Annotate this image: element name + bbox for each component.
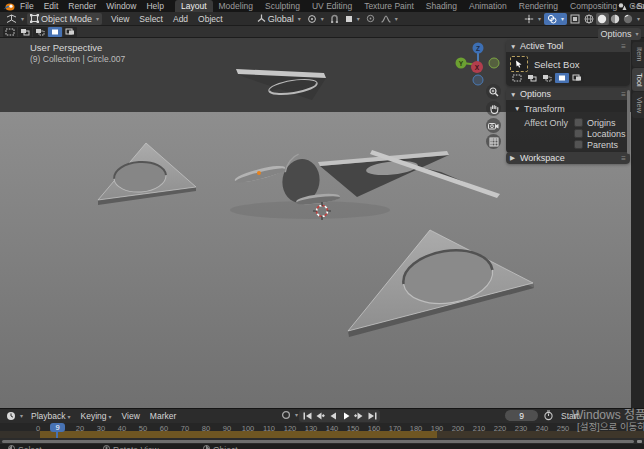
sidebar-tab-tool[interactable]: Tool bbox=[632, 68, 644, 92]
menu-help[interactable]: Help bbox=[141, 1, 168, 11]
checkbox-origins[interactable] bbox=[574, 118, 583, 127]
pan-hand-button[interactable] bbox=[486, 101, 501, 116]
menu-file[interactable]: File bbox=[15, 1, 39, 11]
editor-type-button[interactable]: ▾ bbox=[3, 13, 27, 25]
select-mode-intersect[interactable] bbox=[63, 27, 77, 37]
shading-solid-button[interactable] bbox=[596, 13, 609, 25]
prev-keyframe-button[interactable] bbox=[314, 411, 326, 421]
timeline-menu-view[interactable]: View bbox=[117, 411, 145, 421]
gizmo-y-neg-axis[interactable] bbox=[489, 58, 499, 68]
show-overlays-toggle[interactable]: ▾ bbox=[544, 13, 567, 25]
viewport-editor-icon bbox=[6, 14, 17, 24]
tab-modeling[interactable]: Modeling bbox=[213, 0, 260, 12]
shading-material-button[interactable] bbox=[609, 13, 622, 25]
panel-grip-icon[interactable]: ≡ bbox=[621, 90, 626, 99]
select-mode-invert[interactable] bbox=[555, 73, 569, 83]
jump-to-end-button[interactable] bbox=[366, 411, 378, 421]
select-mode-new[interactable] bbox=[3, 27, 17, 37]
mode-selector[interactable]: Object Mode ▾ bbox=[27, 13, 102, 25]
panel-grip-icon[interactable]: ≡ bbox=[621, 154, 626, 163]
select-mode-subtract[interactable] bbox=[33, 27, 47, 37]
snap-toggle[interactable] bbox=[327, 13, 342, 25]
timeline-scrollbar[interactable] bbox=[2, 440, 634, 444]
panel-workspace-header[interactable]: ▶ Workspace ≡ bbox=[506, 152, 630, 164]
timeline-menu-keying[interactable]: Keying▾ bbox=[76, 411, 117, 421]
play-reverse-button[interactable] bbox=[327, 411, 339, 421]
panel-active-tool-header[interactable]: ▼ Active Tool ≡ bbox=[506, 40, 630, 52]
select-mode-extend[interactable] bbox=[525, 73, 539, 83]
checkbox-parents[interactable] bbox=[574, 140, 583, 149]
blender-logo-icon[interactable] bbox=[3, 1, 15, 11]
tab-layout[interactable]: Layout bbox=[175, 0, 213, 12]
record-icon bbox=[281, 410, 291, 420]
ruler-tick: 150 bbox=[347, 424, 360, 433]
menu-add[interactable]: Add bbox=[168, 14, 193, 24]
timeline-menu-marker[interactable]: Marker bbox=[145, 411, 181, 421]
sidebar-tab-item[interactable]: Item bbox=[632, 42, 644, 67]
tab-texture-paint[interactable]: Texture Paint bbox=[358, 0, 420, 12]
menu-render[interactable]: Render bbox=[63, 1, 101, 11]
collapse-arrow-icon: ▼ bbox=[514, 105, 521, 112]
tab-animation[interactable]: Animation bbox=[463, 0, 513, 12]
timeline-menus: Playback▾Keying▾ViewMarker bbox=[26, 411, 181, 421]
timeline-ruler[interactable]: 0203040506070809010011012013014015016017… bbox=[0, 423, 644, 438]
menu-view[interactable]: View bbox=[106, 14, 134, 24]
chevron-down-icon: ▾ bbox=[96, 16, 99, 22]
snap-target-selector[interactable]: ▾ bbox=[342, 13, 363, 25]
tab-rendering[interactable]: Rendering bbox=[513, 0, 564, 12]
tab-compositing[interactable]: Compositing bbox=[564, 0, 623, 12]
menu-object[interactable]: Object bbox=[193, 14, 228, 24]
menu-window[interactable]: Window bbox=[101, 1, 141, 11]
ruler-tick: 170 bbox=[389, 424, 402, 433]
start-frame-label: Start bbox=[561, 411, 579, 421]
auto-keying-toggle[interactable]: ▾ bbox=[281, 410, 298, 420]
timeline-menu-playback[interactable]: Playback▾ bbox=[26, 411, 76, 421]
panel-options-header[interactable]: ▼ Options ≡ bbox=[506, 88, 630, 100]
select-mode-subtract[interactable] bbox=[540, 73, 554, 83]
checkbox-locations[interactable] bbox=[574, 129, 583, 138]
tab-shading[interactable]: Shading bbox=[420, 0, 463, 12]
pivot-point-selector[interactable]: ▾ bbox=[304, 13, 327, 25]
gizmo-z-neg-axis[interactable] bbox=[473, 75, 483, 85]
perspective-toggle-button[interactable] bbox=[486, 134, 501, 149]
sidebar-scrollbar[interactable] bbox=[627, 90, 630, 154]
zoom-button[interactable] bbox=[486, 84, 501, 99]
pivot-icon bbox=[307, 14, 317, 24]
tab-uv-editing[interactable]: UV Editing bbox=[306, 0, 358, 12]
select-mode-new[interactable] bbox=[510, 73, 524, 83]
sidebar-tab-view[interactable]: View bbox=[632, 92, 644, 118]
viewport-options-button[interactable]: Options ▾ bbox=[598, 28, 641, 40]
select-mode-invert[interactable] bbox=[48, 27, 62, 37]
transform-subpanel-header[interactable]: ▼ Transform bbox=[510, 103, 626, 114]
next-keyframe-button[interactable] bbox=[353, 411, 365, 421]
current-frame-indicator[interactable]: 9 bbox=[50, 423, 65, 432]
tab-sculpting[interactable]: Sculpting bbox=[259, 0, 306, 12]
menu-select[interactable]: Select bbox=[134, 14, 168, 24]
jump-to-start-button[interactable] bbox=[301, 411, 313, 421]
shading-wireframe-button[interactable] bbox=[583, 13, 596, 25]
play-button[interactable] bbox=[340, 411, 352, 421]
panel-grip-icon[interactable]: ≡ bbox=[621, 42, 626, 51]
collapse-arrow-icon: ▼ bbox=[510, 91, 517, 98]
proportional-editing-toggle[interactable] bbox=[363, 13, 378, 25]
transform-orientation-selector[interactable]: Global ▾ bbox=[254, 13, 304, 25]
current-frame-field[interactable]: 9 bbox=[505, 410, 538, 421]
scene-selector[interactable]: ▾ Sce bbox=[618, 0, 644, 12]
use-preview-range-button[interactable] bbox=[543, 410, 554, 421]
ruler-tick: 110 bbox=[263, 424, 275, 433]
camera-view-button[interactable] bbox=[486, 118, 501, 133]
select-box-tool-icon[interactable] bbox=[510, 56, 528, 72]
magnet-icon bbox=[330, 14, 339, 24]
proportional-falloff-selector[interactable]: ▾ bbox=[378, 13, 401, 25]
ruler-tick: 160 bbox=[368, 424, 381, 433]
show-gizmos-toggle[interactable]: ▾ bbox=[521, 13, 544, 25]
shading-rendered-button[interactable] bbox=[622, 13, 635, 25]
menu-edit[interactable]: Edit bbox=[39, 1, 64, 11]
timeline-editor-type-button[interactable]: ▾ bbox=[3, 410, 26, 422]
gizmos-icon bbox=[524, 14, 534, 24]
select-mode-extend[interactable] bbox=[18, 27, 32, 37]
xray-toggle[interactable] bbox=[567, 13, 583, 25]
timeline-scrollbar-handle[interactable] bbox=[637, 440, 642, 444]
panel-options: ▼ Options ≡ ▼ Transform Affect OnlyOrigi… bbox=[506, 88, 630, 153]
select-mode-intersect[interactable] bbox=[570, 73, 584, 83]
